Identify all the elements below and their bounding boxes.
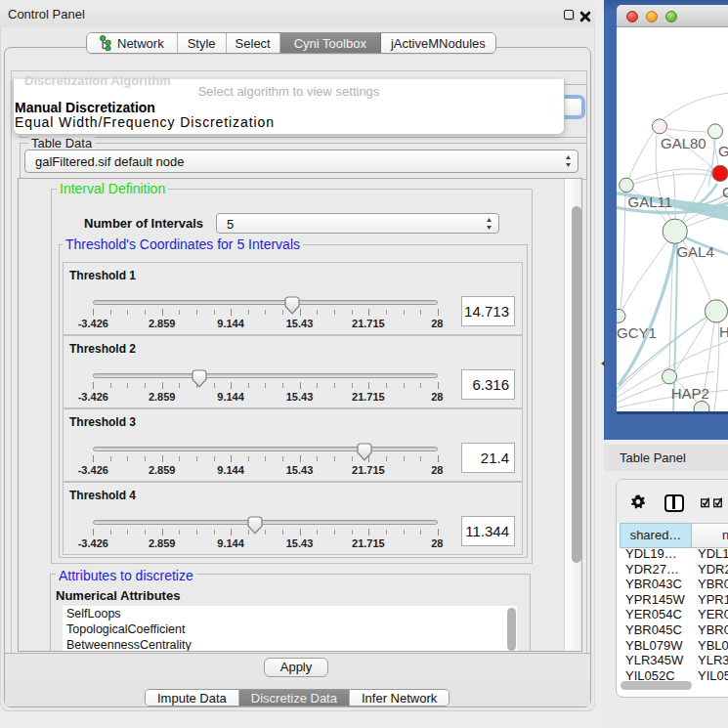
svg-text:GAL3: GAL3	[718, 143, 728, 159]
svg-text:CYC8: CYC8	[722, 184, 728, 200]
svg-text:HIS4: HIS4	[719, 323, 728, 340]
svg-text:GCY1: GCY1	[617, 324, 657, 341]
svg-text:HAP2: HAP2	[671, 385, 709, 402]
svg-text:GAL80: GAL80	[661, 135, 707, 151]
svg-text:GAL11: GAL11	[628, 193, 673, 210]
svg-text:GAL4: GAL4	[676, 243, 713, 260]
